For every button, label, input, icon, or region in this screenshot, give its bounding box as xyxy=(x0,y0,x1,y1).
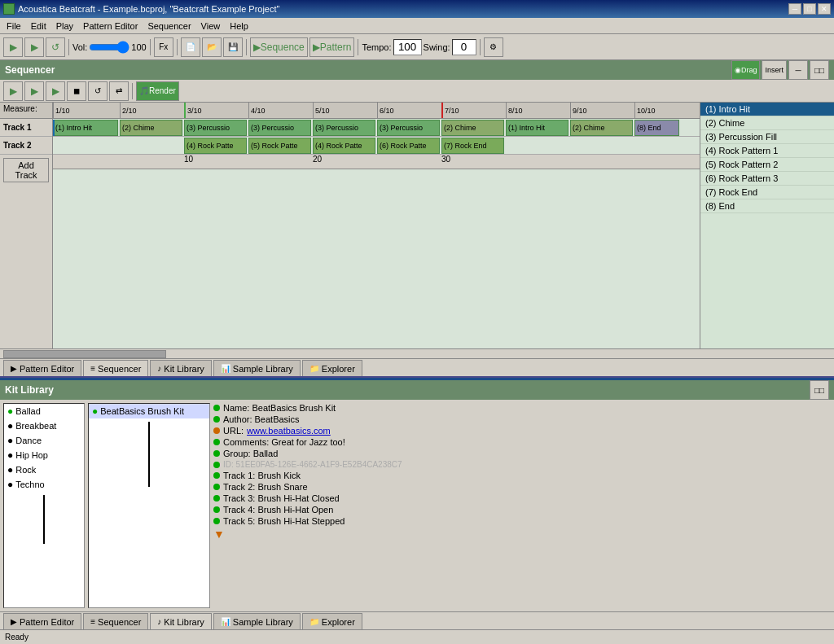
tab-explorer-top[interactable]: 📁 Explorer xyxy=(302,360,362,376)
kit-name-brush[interactable]: ● BeatBasics Brush Kit xyxy=(89,404,209,418)
menu-edit[interactable]: Edit xyxy=(26,20,51,33)
block-rock-end[interactable]: (7) Rock End xyxy=(441,138,504,154)
tab-sequencer-bottom[interactable]: ≡ Sequencer xyxy=(83,613,148,629)
scrollbar-thumb[interactable] xyxy=(3,350,166,358)
seq-play3-button[interactable]: ▶ xyxy=(46,81,65,101)
sequence-play-button[interactable]: ▶ Sequence xyxy=(250,37,308,57)
kit-url-link[interactable]: www.beatbasics.com xyxy=(247,426,331,436)
pattern-play-button[interactable]: ▶ Pattern xyxy=(309,37,355,57)
cat-techno[interactable]: ● Techno xyxy=(4,477,84,492)
block-perc-3[interactable]: (3) Percussio xyxy=(313,120,375,136)
detail-track4-dot xyxy=(213,506,220,513)
cat-ballad[interactable]: ● Ballad xyxy=(4,404,84,418)
menu-file[interactable]: File xyxy=(2,20,26,33)
play-loop-button[interactable]: ↺ xyxy=(46,37,65,57)
pattern-item-3[interactable]: (4) Rock Pattern 1 xyxy=(700,144,834,158)
pattern-item-7[interactable]: (8) End xyxy=(700,199,834,213)
kit-window-btn[interactable]: □□ xyxy=(810,380,829,400)
app-icon xyxy=(3,3,15,15)
pattern-item-6[interactable]: (7) Rock End xyxy=(700,186,834,199)
tab-exp-icon: 📁 xyxy=(309,364,319,373)
tab-bar-top: ▶ Pattern Editor ≡ Sequencer ♪ Kit Libra… xyxy=(0,358,834,376)
insert-button[interactable]: Insert xyxy=(762,60,787,80)
cat-rock-dot: ● xyxy=(7,464,13,475)
pattern-item-0[interactable]: (1) Intro Hit xyxy=(700,103,834,116)
detail-url-dot xyxy=(213,427,220,434)
tab-explorer-bottom[interactable]: 📁 Explorer xyxy=(302,613,362,629)
play-alt-button[interactable]: ▶ xyxy=(24,37,44,57)
seq-loop-button[interactable]: ↺ xyxy=(88,81,108,101)
tempo-input[interactable] xyxy=(393,39,422,55)
tab-kit-library-top[interactable]: ♪ Kit Library xyxy=(150,360,212,376)
detail-id-dot xyxy=(213,462,220,468)
tab-sample-library-bottom[interactable]: 📊 Sample Library xyxy=(213,613,301,629)
swing-label: Swing: xyxy=(424,42,450,52)
block-perc-2[interactable]: (3) Percussio xyxy=(248,120,311,136)
cat-breakbeat-dot: ● xyxy=(7,420,13,432)
block-rock-3[interactable]: (4) Rock Patte xyxy=(313,138,375,154)
vol-slider[interactable] xyxy=(89,42,129,52)
cat-breakbeat[interactable]: ● Breakbeat xyxy=(4,418,84,433)
tab-kit-icon-b: ♪ xyxy=(157,617,161,626)
block-perc-4[interactable]: (3) Percussio xyxy=(377,120,440,136)
seq-window-button[interactable]: □□ xyxy=(810,60,829,80)
play-button[interactable]: ▶ xyxy=(3,37,23,57)
seq-play2-button[interactable]: ▶ xyxy=(24,81,44,101)
block-perc-1[interactable]: (3) Percussio xyxy=(184,120,247,136)
menu-play[interactable]: Play xyxy=(51,20,78,33)
pattern-item-2[interactable]: (3) Percussion Fill xyxy=(700,130,834,144)
detail-author: Author: BeatBasics xyxy=(213,414,831,424)
detail-url: URL: www.beatbasics.com xyxy=(213,426,831,436)
minimize-button[interactable]: ─ xyxy=(788,3,801,15)
tab-pattern-editor-top[interactable]: ▶ Pattern Editor xyxy=(3,360,81,376)
tab-sl-icon: 📊 xyxy=(221,364,230,373)
block-chime-1[interactable]: (2) Chime xyxy=(120,120,182,136)
seq-loop2-button[interactable]: ⇄ xyxy=(109,81,129,101)
drag-button[interactable]: ◉ Drag xyxy=(731,60,761,80)
block-chime-3[interactable]: (2) Chime xyxy=(570,120,633,136)
open-button[interactable]: 📂 xyxy=(202,37,222,57)
detail-scroll-arrow: ▼ xyxy=(213,528,831,541)
seq-scrollbar[interactable] xyxy=(0,348,834,358)
block-intro-hit[interactable]: (1) Intro Hit xyxy=(53,120,118,136)
detail-track3: Track 3: Brush Hi-Hat Closed xyxy=(213,493,831,503)
render-button[interactable]: 🎵 Render xyxy=(136,81,179,101)
sequencer-toolbar: ▶ ▶ ▶ ◼ ↺ ⇄ 🎵 Render xyxy=(0,80,834,103)
pattern-item-1[interactable]: (2) Chime xyxy=(700,116,834,130)
seq-play-button[interactable]: ▶ xyxy=(3,81,23,101)
pattern-item-4[interactable]: (5) Rock Pattern 2 xyxy=(700,158,834,172)
block-rock-1[interactable]: (4) Rock Patte xyxy=(184,138,247,154)
save-button[interactable]: 💾 xyxy=(223,37,243,57)
menu-help[interactable]: Help xyxy=(225,20,253,33)
main-area: Sequencer ◉ Drag Insert ─ □□ ▶ ▶ ▶ ◼ ↺ ⇄… xyxy=(0,60,834,644)
close-button[interactable]: ✕ xyxy=(818,3,831,15)
maximize-button[interactable]: □ xyxy=(803,3,816,15)
sequencer-panel: Sequencer ◉ Drag Insert ─ □□ ▶ ▶ ▶ ◼ ↺ ⇄… xyxy=(0,60,834,378)
block-chime-2[interactable]: (2) Chime xyxy=(441,120,504,136)
fx-button[interactable]: Fx xyxy=(154,37,173,57)
add-track-button[interactable]: Add Track xyxy=(3,158,49,182)
cat-dance[interactable]: ● Dance xyxy=(4,433,84,448)
menu-view[interactable]: View xyxy=(196,20,226,33)
tab-pattern-editor-bottom[interactable]: ▶ Pattern Editor xyxy=(3,613,81,629)
block-rock-4[interactable]: (6) Rock Patte xyxy=(377,138,440,154)
block-end[interactable]: (8) End xyxy=(634,120,679,136)
cat-rock[interactable]: ● Rock xyxy=(4,462,84,477)
block-intro-2[interactable]: (1) Intro Hit xyxy=(506,120,568,136)
cat-hiphop[interactable]: ● Hip Hop xyxy=(4,448,84,462)
tab-kit-library-bottom[interactable]: ♪ Kit Library xyxy=(150,613,212,629)
tab-sequencer-top[interactable]: ≡ Sequencer xyxy=(83,360,148,376)
seq-stop-button[interactable]: ◼ xyxy=(67,81,86,101)
cat-dance-dot: ● xyxy=(7,435,13,446)
tab-sample-library-top[interactable]: 📊 Sample Library xyxy=(213,360,301,376)
menu-pattern-editor[interactable]: Pattern Editor xyxy=(78,20,143,33)
seq-minus-button[interactable]: ─ xyxy=(788,60,808,80)
pattern-item-5[interactable]: (6) Rock Pattern 3 xyxy=(700,172,834,186)
kit-name-list: ● BeatBasics Brush Kit xyxy=(88,403,210,608)
new-button[interactable]: 📄 xyxy=(181,37,200,57)
detail-track2-dot xyxy=(213,484,220,490)
block-rock-2[interactable]: (5) Rock Patte xyxy=(248,138,311,154)
settings-button[interactable]: ⚙ xyxy=(484,37,503,57)
menu-sequencer[interactable]: Sequencer xyxy=(143,20,195,33)
swing-input[interactable] xyxy=(452,39,476,55)
